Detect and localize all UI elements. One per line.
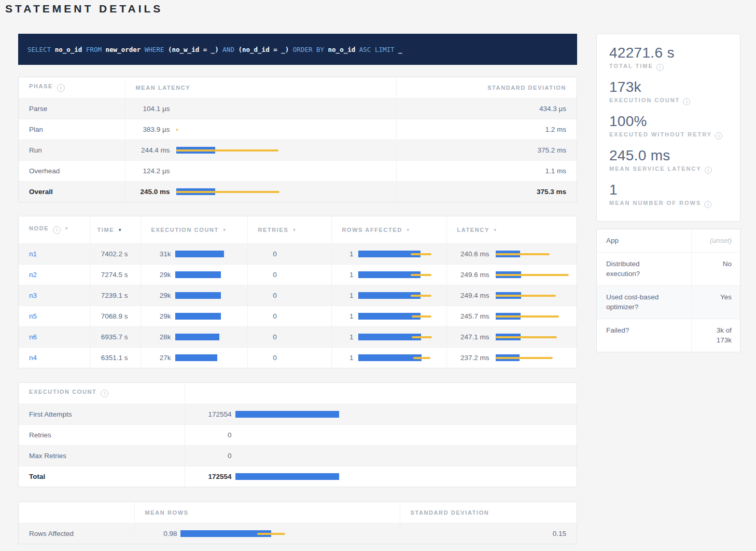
detail-row-failed: Failed? 3k of 173k (597, 319, 740, 352)
node-link[interactable]: n1 (29, 250, 37, 258)
info-icon[interactable]: i (704, 201, 711, 208)
latency-bar (176, 188, 399, 195)
mean-latency-value: 244.4 ms (125, 146, 170, 154)
standard-deviation-column-header: STANDARD DEVIATION (400, 502, 577, 523)
standard-deviation-header-label: STANDARD DEVIATION (487, 85, 566, 91)
execution-count-value: 29k (141, 271, 171, 279)
info-icon[interactable]: i (715, 132, 722, 140)
rows-affected-header-spacer (19, 502, 134, 523)
execution-count-column-header[interactable]: EXECUTION COUNT▼ (141, 216, 247, 243)
retries-value: 0 (273, 333, 277, 341)
phase-header-label: PHASE (29, 83, 53, 89)
detail-value: (unset) (710, 237, 732, 244)
info-icon[interactable]: i (705, 167, 712, 174)
std-dev-value: 1.2 ms (545, 126, 566, 133)
std-dev-value: 375.2 ms (537, 146, 566, 154)
node-link[interactable]: n3 (29, 292, 37, 299)
retries-column-header[interactable]: RETRIES▼ (247, 216, 331, 243)
summary-stats-card: 42271.6 s TOTAL TIMEi 173k EXECUTION COU… (596, 34, 740, 222)
execution-count-value: 29k (141, 292, 171, 299)
detail-value: Yes (720, 293, 732, 301)
sql-statement: SELECT no_o_id FROM new_order WHERE (no_… (27, 46, 402, 53)
rows-affected-column-header[interactable]: ROWS AFFECTED▼ (331, 216, 446, 243)
node-table-header-row: NODEi▼ TIME▼ EXECUTION COUNT▼ RETRIES▼ R… (19, 216, 577, 243)
rows-affected-value: 1 (332, 333, 354, 341)
rows-affected-bar (358, 334, 437, 340)
rows-affected-value: 1 (332, 292, 354, 299)
sort-arrow-icon: ▼ (64, 226, 68, 231)
table-row: Run 244.4 ms 375.2 ms (19, 140, 577, 160)
time-column-header[interactable]: TIME▼ (90, 216, 141, 243)
phase-table-card: PHASEi MEAN LATENCY STANDARD DEVIATION P… (18, 77, 577, 202)
sort-arrow-icon: ▼ (222, 228, 227, 232)
execution-count-bar (235, 473, 386, 480)
table-row: First Attempts 172554 (19, 404, 577, 424)
mean-latency-value: 104.1 µs (125, 105, 170, 113)
latency-value: 249.6 ms (447, 271, 489, 279)
mean-rows-column-header: MEAN ROWS (134, 502, 400, 523)
rows-affected-table: MEAN ROWS STANDARD DEVIATION Rows Affect… (19, 502, 577, 544)
execution-count-value: 28k (141, 333, 171, 341)
rows-affected-bar (358, 251, 437, 257)
execution-count-title-label: EXECUTION COUNT (29, 389, 96, 395)
stat-label: MEAN SERVICE LATENCY (609, 166, 702, 172)
execution-count-bar (175, 334, 248, 340)
retries-value: 0 (273, 250, 277, 258)
node-header-label: NODE (29, 225, 49, 231)
mean-latency-value: 245.0 ms (125, 188, 170, 196)
time-value: 6935.7 s (101, 333, 128, 341)
table-row: n3 7239.1 s 29k 0 1 249.4 ms (19, 285, 577, 306)
detail-label: Distributed execution? (606, 259, 662, 279)
rows-affected-value: 1 (332, 271, 354, 279)
retries-value: 0 (273, 354, 277, 362)
latency-bar (176, 168, 399, 174)
rows-affected-table-card: MEAN ROWS STANDARD DEVIATION Rows Affect… (18, 502, 577, 544)
stat-executed-without-retry: 100% EXECUTED WITHOUT RETRYi (609, 113, 727, 140)
execution-count-bar (235, 411, 386, 418)
info-icon[interactable]: i (57, 84, 65, 92)
phase-table: PHASEi MEAN LATENCY STANDARD DEVIATION P… (19, 77, 577, 202)
stat-execution-count: 173k EXECUTION COUNTi (609, 79, 727, 105)
latency-value: 245.7 ms (447, 312, 489, 320)
std-dev-value: 434.3 µs (539, 105, 566, 113)
latency-value: 249.4 ms (447, 292, 489, 299)
rows-affected-bar (358, 313, 437, 320)
table-row: n6 6935.7 s 28k 0 1 247.1 ms (19, 326, 577, 347)
exec-row-label: Max Retries (29, 452, 66, 460)
rows-affected-value: 1 (332, 354, 354, 362)
info-icon[interactable]: i (101, 390, 108, 397)
exec-count-value: 0 (185, 452, 232, 460)
node-link[interactable]: n4 (29, 354, 37, 362)
time-header-label: TIME (97, 227, 115, 233)
mean-latency-column-header[interactable]: MEAN LATENCY (125, 77, 396, 98)
phase-column-header[interactable]: PHASEi (19, 77, 125, 98)
phase-label: Overhead (29, 167, 60, 175)
execution-count-bar (175, 271, 248, 278)
execution-count-value: 27k (141, 354, 171, 362)
table-row: n5 7068.9 s 29k 0 1 245.7 ms (19, 306, 577, 326)
exec-row-label: Total (29, 473, 45, 480)
node-link[interactable]: n2 (29, 271, 37, 279)
node-table-card: NODEi▼ TIME▼ EXECUTION COUNT▼ RETRIES▼ R… (18, 216, 577, 368)
exec-row-label: Retries (29, 431, 51, 439)
info-icon[interactable]: i (53, 226, 61, 234)
stat-value: 1 (609, 182, 727, 198)
node-link[interactable]: n6 (29, 333, 37, 341)
execution-count-header-row: EXECUTION COUNTi (19, 383, 577, 404)
node-link[interactable]: n5 (29, 312, 37, 320)
detail-value: 3k of 173k (708, 325, 732, 346)
standard-deviation-column-header[interactable]: STANDARD DEVIATION (396, 77, 577, 98)
info-icon[interactable]: i (683, 98, 690, 105)
sort-arrow-icon: ▼ (493, 228, 497, 232)
std-dev-value: 0.15 (553, 530, 566, 538)
rows-affected-bar (358, 271, 437, 278)
stat-label: MEAN NUMBER OF ROWS (609, 200, 701, 206)
time-value: 6351.1 s (101, 354, 128, 362)
latency-column-header[interactable]: LATENCY▼ (446, 216, 577, 243)
info-icon[interactable]: i (656, 64, 664, 71)
node-column-header[interactable]: NODEi▼ (19, 216, 90, 243)
stat-value: 42271.6 s (609, 45, 727, 61)
execution-count-bar (175, 313, 248, 320)
main-content: SELECT no_o_id FROM new_order WHERE (no_… (18, 34, 577, 544)
exec-count-value: 172554 (185, 410, 232, 418)
